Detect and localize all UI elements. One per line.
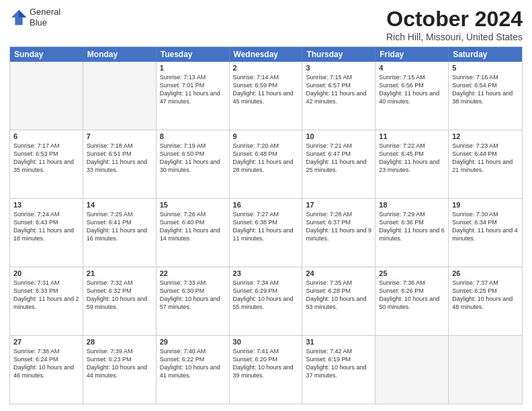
day-info: Sunrise: 7:36 AM Sunset: 6:26 PM Dayligh… <box>379 279 445 312</box>
day-info: Sunrise: 7:23 AM Sunset: 6:44 PM Dayligh… <box>452 142 519 175</box>
header-monday: Monday <box>83 47 157 62</box>
header-wednesday: Wednesday <box>230 47 303 62</box>
day-number: 9 <box>233 132 299 140</box>
table-row: 17Sunrise: 7:28 AM Sunset: 6:37 PM Dayli… <box>302 199 375 267</box>
header-friday: Friday <box>375 47 449 62</box>
table-row <box>10 62 83 130</box>
table-row: 9Sunrise: 7:20 AM Sunset: 6:48 PM Daylig… <box>230 130 303 198</box>
day-info: Sunrise: 7:19 AM Sunset: 6:50 PM Dayligh… <box>160 142 226 175</box>
table-row: 28Sunrise: 7:39 AM Sunset: 6:23 PM Dayli… <box>83 336 157 404</box>
day-number: 22 <box>160 269 226 277</box>
day-info: Sunrise: 7:16 AM Sunset: 6:54 PM Dayligh… <box>452 73 519 106</box>
table-row: 4Sunrise: 7:15 AM Sunset: 6:56 PM Daylig… <box>375 62 449 130</box>
table-row: 15Sunrise: 7:26 AM Sunset: 6:40 PM Dayli… <box>157 199 230 267</box>
table-row: 11Sunrise: 7:22 AM Sunset: 6:45 PM Dayli… <box>375 130 449 198</box>
day-info: Sunrise: 7:31 AM Sunset: 6:33 PM Dayligh… <box>13 279 79 312</box>
logo-line1: General <box>30 7 60 17</box>
header-tuesday: Tuesday <box>157 47 230 62</box>
day-number: 11 <box>379 132 445 140</box>
day-info: Sunrise: 7:24 AM Sunset: 6:43 PM Dayligh… <box>13 210 79 243</box>
calendar-week-4: 20Sunrise: 7:31 AM Sunset: 6:33 PM Dayli… <box>10 267 522 335</box>
header: General Blue October 2024 Rich Hill, Mis… <box>9 7 523 42</box>
header-sunday: Sunday <box>10 47 83 62</box>
day-info: Sunrise: 7:14 AM Sunset: 6:59 PM Dayligh… <box>233 73 299 106</box>
table-row: 24Sunrise: 7:35 AM Sunset: 6:28 PM Dayli… <box>302 267 375 335</box>
day-number: 19 <box>452 201 519 209</box>
day-number: 18 <box>379 201 445 209</box>
table-row: 14Sunrise: 7:25 AM Sunset: 6:41 PM Dayli… <box>83 199 157 267</box>
table-row: 2Sunrise: 7:14 AM Sunset: 6:59 PM Daylig… <box>230 62 303 130</box>
table-row: 1Sunrise: 7:13 AM Sunset: 7:01 PM Daylig… <box>157 62 230 130</box>
day-info: Sunrise: 7:40 AM Sunset: 6:22 PM Dayligh… <box>160 347 226 380</box>
logo-icon <box>9 8 28 27</box>
table-row: 8Sunrise: 7:19 AM Sunset: 6:50 PM Daylig… <box>157 130 230 198</box>
day-info: Sunrise: 7:27 AM Sunset: 6:38 PM Dayligh… <box>233 210 299 243</box>
day-info: Sunrise: 7:33 AM Sunset: 6:30 PM Dayligh… <box>160 279 226 312</box>
day-info: Sunrise: 7:28 AM Sunset: 6:37 PM Dayligh… <box>306 210 371 243</box>
calendar: Sunday Monday Tuesday Wednesday Thursday… <box>9 46 523 404</box>
calendar-week-3: 13Sunrise: 7:24 AM Sunset: 6:43 PM Dayli… <box>10 198 522 267</box>
day-number: 30 <box>233 338 299 346</box>
table-row: 3Sunrise: 7:15 AM Sunset: 6:57 PM Daylig… <box>302 62 375 130</box>
day-number: 12 <box>452 132 519 140</box>
day-number: 3 <box>306 64 371 72</box>
table-row: 30Sunrise: 7:41 AM Sunset: 6:20 PM Dayli… <box>230 336 303 404</box>
day-number: 5 <box>452 64 519 72</box>
day-number: 6 <box>13 132 79 140</box>
logo: General Blue <box>9 7 60 28</box>
day-info: Sunrise: 7:22 AM Sunset: 6:45 PM Dayligh… <box>379 142 445 175</box>
day-info: Sunrise: 7:30 AM Sunset: 6:34 PM Dayligh… <box>452 210 519 243</box>
day-info: Sunrise: 7:35 AM Sunset: 6:28 PM Dayligh… <box>306 279 371 312</box>
day-info: Sunrise: 7:18 AM Sunset: 6:51 PM Dayligh… <box>87 142 152 175</box>
logo-text: General Blue <box>30 7 60 28</box>
day-info: Sunrise: 7:39 AM Sunset: 6:23 PM Dayligh… <box>87 347 152 380</box>
calendar-week-2: 6Sunrise: 7:17 AM Sunset: 6:53 PM Daylig… <box>10 130 522 198</box>
table-row: 12Sunrise: 7:23 AM Sunset: 6:44 PM Dayli… <box>449 130 522 198</box>
calendar-body: 1Sunrise: 7:13 AM Sunset: 7:01 PM Daylig… <box>10 62 522 404</box>
day-info: Sunrise: 7:21 AM Sunset: 6:47 PM Dayligh… <box>306 142 371 175</box>
calendar-week-1: 1Sunrise: 7:13 AM Sunset: 7:01 PM Daylig… <box>10 62 522 130</box>
svg-marker-1 <box>19 9 26 17</box>
day-number: 20 <box>13 269 79 277</box>
day-number: 13 <box>13 201 79 209</box>
day-number: 2 <box>233 64 299 72</box>
table-row: 22Sunrise: 7:33 AM Sunset: 6:30 PM Dayli… <box>157 267 230 335</box>
day-info: Sunrise: 7:20 AM Sunset: 6:48 PM Dayligh… <box>233 142 299 175</box>
day-info: Sunrise: 7:32 AM Sunset: 6:32 PM Dayligh… <box>87 279 152 312</box>
table-row: 13Sunrise: 7:24 AM Sunset: 6:43 PM Dayli… <box>10 199 83 267</box>
table-row: 16Sunrise: 7:27 AM Sunset: 6:38 PM Dayli… <box>230 199 303 267</box>
day-number: 16 <box>233 201 299 209</box>
day-info: Sunrise: 7:15 AM Sunset: 6:56 PM Dayligh… <box>379 73 445 106</box>
day-number: 23 <box>233 269 299 277</box>
day-number: 21 <box>87 269 152 277</box>
calendar-header: Sunday Monday Tuesday Wednesday Thursday… <box>10 47 522 62</box>
table-row: 25Sunrise: 7:36 AM Sunset: 6:26 PM Dayli… <box>375 267 449 335</box>
day-number: 4 <box>379 64 445 72</box>
day-number: 31 <box>306 338 371 346</box>
day-info: Sunrise: 7:42 AM Sunset: 6:19 PM Dayligh… <box>306 347 371 380</box>
day-info: Sunrise: 7:13 AM Sunset: 7:01 PM Dayligh… <box>160 73 226 106</box>
day-number: 14 <box>87 201 152 209</box>
table-row: 23Sunrise: 7:34 AM Sunset: 6:29 PM Dayli… <box>230 267 303 335</box>
day-info: Sunrise: 7:34 AM Sunset: 6:29 PM Dayligh… <box>233 279 299 312</box>
logo-line2: Blue <box>30 17 60 28</box>
day-number: 17 <box>306 201 371 209</box>
day-number: 29 <box>160 338 226 346</box>
day-info: Sunrise: 7:29 AM Sunset: 6:36 PM Dayligh… <box>379 210 445 243</box>
day-number: 25 <box>379 269 445 277</box>
day-number: 8 <box>160 132 226 140</box>
table-row: 10Sunrise: 7:21 AM Sunset: 6:47 PM Dayli… <box>302 130 375 198</box>
day-number: 28 <box>87 338 152 346</box>
day-info: Sunrise: 7:38 AM Sunset: 6:24 PM Dayligh… <box>13 347 79 380</box>
table-row: 21Sunrise: 7:32 AM Sunset: 6:32 PM Dayli… <box>83 267 157 335</box>
day-info: Sunrise: 7:41 AM Sunset: 6:20 PM Dayligh… <box>233 347 299 380</box>
table-row: 5Sunrise: 7:16 AM Sunset: 6:54 PM Daylig… <box>449 62 522 130</box>
table-row: 29Sunrise: 7:40 AM Sunset: 6:22 PM Dayli… <box>157 336 230 404</box>
day-number: 7 <box>87 132 152 140</box>
table-row: 27Sunrise: 7:38 AM Sunset: 6:24 PM Dayli… <box>10 336 83 404</box>
table-row <box>83 62 157 130</box>
day-number: 15 <box>160 201 226 209</box>
day-number: 1 <box>160 64 226 72</box>
day-number: 24 <box>306 269 371 277</box>
day-number: 26 <box>452 269 519 277</box>
